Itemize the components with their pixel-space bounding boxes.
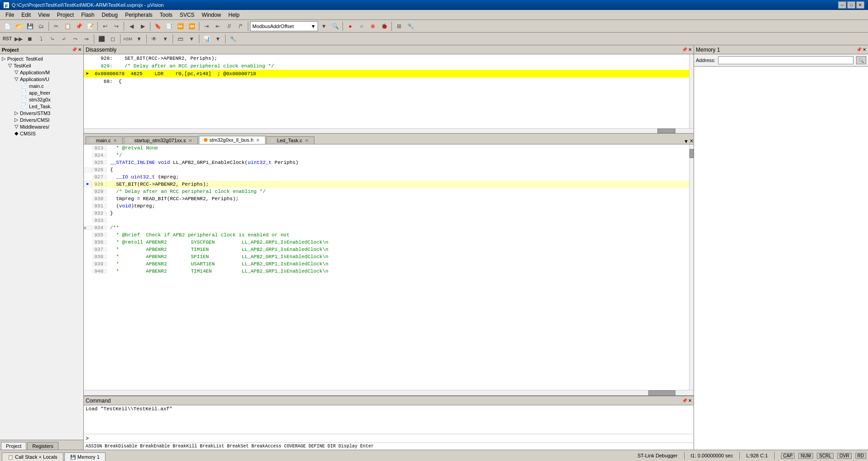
tab-bus-h[interactable]: stm32g0xx_ll_bus.h ✕ — [199, 136, 265, 144]
stop-btn[interactable]: ○ — [356, 21, 367, 31]
mem-close-icon[interactable]: ✕ — [863, 47, 866, 52]
function-dropdown[interactable]: ModbusAddrOffset ▼ — [250, 21, 318, 31]
maximize-button[interactable]: □ — [847, 1, 855, 9]
uncomment-btn[interactable]: /* — [235, 21, 246, 31]
step-in-btn[interactable]: ⤵ — [36, 34, 47, 44]
disasm-pin-icon[interactable]: 📌 — [682, 47, 687, 52]
view-menu-btn[interactable]: ▼ — [134, 34, 145, 44]
tree-item-application-u[interactable]: ▽Application/U — [1, 76, 82, 82]
command-input[interactable] — [91, 436, 692, 441]
undo-btn[interactable]: ↩ — [100, 21, 111, 31]
step-over-btn[interactable]: ⤷ — [47, 34, 58, 44]
menu-item-flash[interactable]: Flash — [77, 11, 98, 19]
new-file-btn[interactable]: 📄 — [2, 21, 13, 31]
tools2-btn[interactable]: 🔧 — [227, 34, 238, 44]
debug-btn[interactable]: 🐞 — [379, 21, 390, 31]
disasm-scrollbar[interactable] — [689, 54, 694, 128]
mem-pin-icon[interactable]: 📌 — [856, 47, 862, 52]
minimize-button[interactable]: ─ — [838, 1, 846, 9]
tree-item-application-m[interactable]: ▽Application/M — [1, 69, 82, 76]
tab-led-task[interactable]: Led_Task.c ✕ — [266, 136, 314, 144]
bp-disable-btn[interactable]: ◻ — [107, 34, 118, 44]
stop2-btn[interactable]: ⏹ — [24, 34, 35, 44]
nav-back-btn[interactable]: ◀ — [126, 21, 137, 31]
panel-pin-icon[interactable]: 📌 — [72, 47, 77, 52]
tree-item-stm32g0x[interactable]: 📄stm32g0x — [1, 96, 82, 103]
cut-btn[interactable]: ✂ — [51, 21, 62, 31]
menu-item-debug[interactable]: Debug — [98, 11, 121, 19]
indent-btn[interactable]: ⇥ — [201, 21, 212, 31]
panel-tab-registers[interactable]: Registers — [27, 442, 58, 450]
run-to-btn[interactable]: ⤳ — [70, 34, 81, 44]
close-button[interactable]: ✕ — [856, 1, 864, 9]
search-btn[interactable]: 🔍 — [330, 21, 341, 31]
menu-item-project[interactable]: Project — [53, 11, 77, 19]
disasm-hscroll[interactable] — [84, 128, 694, 133]
settings-btn[interactable]: 🔧 — [405, 21, 416, 31]
tabs-overflow-btn[interactable]: ▼ — [684, 139, 689, 144]
mem-menu-btn[interactable]: ▼ — [186, 34, 197, 44]
menu-item-tools[interactable]: Tools — [156, 11, 176, 19]
menu-item-window[interactable]: Window — [198, 11, 225, 19]
dropdown-extra-btn[interactable]: ▼ — [318, 21, 329, 31]
win-layout-btn[interactable]: ⊞ — [394, 21, 405, 31]
mem-btn[interactable]: 🗃 — [175, 34, 186, 44]
prev-bookmark-btn[interactable]: ⏪ — [186, 21, 197, 31]
tree-item-middlewares-[interactable]: ▽Middlewares/ — [1, 123, 82, 130]
tab-close-startup[interactable]: ✕ — [188, 138, 193, 143]
cmd-pin-icon[interactable]: 📌 — [682, 398, 687, 403]
unindent-btn[interactable]: ⇤ — [212, 21, 223, 31]
tab-memory-1[interactable]: 💾 Memory 1 — [64, 452, 106, 461]
cmd-close-icon[interactable]: ✕ — [688, 398, 692, 403]
analysis-menu-btn[interactable]: ▼ — [212, 34, 223, 44]
open-btn[interactable]: 📂 — [13, 21, 24, 31]
nav-fwd-btn[interactable]: ▶ — [137, 21, 148, 31]
save-all-btn[interactable]: 🗂 — [36, 21, 47, 31]
format-btn[interactable]: 📝 — [85, 21, 96, 31]
code-vscroll[interactable] — [689, 144, 694, 390]
bookmark-btn[interactable]: 🔖 — [152, 21, 163, 31]
save-btn[interactable]: 💾 — [24, 21, 35, 31]
tree-item-led-task-[interactable]: 📄Led_Task. — [1, 103, 82, 110]
run-btn[interactable]: ● — [345, 21, 356, 31]
menu-item-svcs[interactable]: SVCS — [176, 11, 198, 19]
bp-toggle-btn[interactable]: ⬛ — [96, 34, 107, 44]
menu-item-edit[interactable]: Edit — [18, 11, 34, 19]
redo-btn[interactable]: ↪ — [111, 21, 122, 31]
tree-item-cmsis[interactable]: ◆CMSIS — [1, 130, 82, 137]
bookmarks-btn[interactable]: 📑 — [164, 21, 174, 31]
copy-btn[interactable]: 📋 — [62, 21, 73, 31]
tab-main-c[interactable]: main.c ✕ — [86, 136, 123, 144]
panel-close-icon[interactable]: ✕ — [78, 47, 82, 52]
step-out-btn[interactable]: ⤶ — [58, 34, 69, 44]
code-editor[interactable]: 923 * @retval None 924 */ 925 __STATIC_I… — [84, 144, 694, 390]
memory-address-input[interactable] — [718, 56, 854, 64]
memory-go-button[interactable]: 🔍 — [856, 56, 866, 64]
tab-call-stack[interactable]: 📋 Call Stack + Locals — [2, 452, 63, 461]
comment-btn[interactable]: // — [224, 21, 235, 31]
tab-close-bus[interactable]: ✕ — [255, 138, 260, 143]
tree-item-app-freer[interactable]: 📄app_freer — [1, 89, 82, 96]
tree-item-main-c[interactable]: 📄main.c — [1, 82, 82, 89]
tree-item-testkeil[interactable]: ▽TestKeil — [1, 62, 82, 69]
watch-btn[interactable]: 👁 — [149, 34, 159, 44]
view-disasm-btn[interactable]: ASM — [122, 34, 133, 44]
run2-btn[interactable]: ▶▶ — [13, 34, 24, 44]
watch-menu-btn[interactable]: ▼ — [160, 34, 171, 44]
panel-tab-project[interactable]: Project — [1, 442, 26, 450]
show-next-btn[interactable]: ⇒ — [81, 34, 92, 44]
tabs-close-all-btn[interactable]: ✕ — [690, 138, 694, 144]
menu-item-peripherals[interactable]: Peripherals — [121, 11, 156, 19]
tab-startup[interactable]: startup_stm32g071xx.s ✕ — [124, 136, 198, 144]
next-bookmark-btn[interactable]: ⏩ — [175, 21, 186, 31]
tab-close-led[interactable]: ✕ — [304, 138, 309, 143]
paste-btn[interactable]: 📌 — [73, 21, 84, 31]
reset-btn[interactable]: ⊗ — [367, 21, 378, 31]
reset2-btn[interactable]: RST — [2, 34, 13, 44]
menu-item-view[interactable]: View — [34, 11, 53, 19]
tree-item-project--testkeil[interactable]: ▷Project: TestKeil — [1, 55, 82, 62]
menu-item-file[interactable]: File — [2, 11, 18, 19]
disasm-close-icon[interactable]: ✕ — [688, 47, 692, 52]
tab-close-main[interactable]: ✕ — [112, 138, 118, 143]
code-hscroll[interactable] — [84, 390, 694, 395]
